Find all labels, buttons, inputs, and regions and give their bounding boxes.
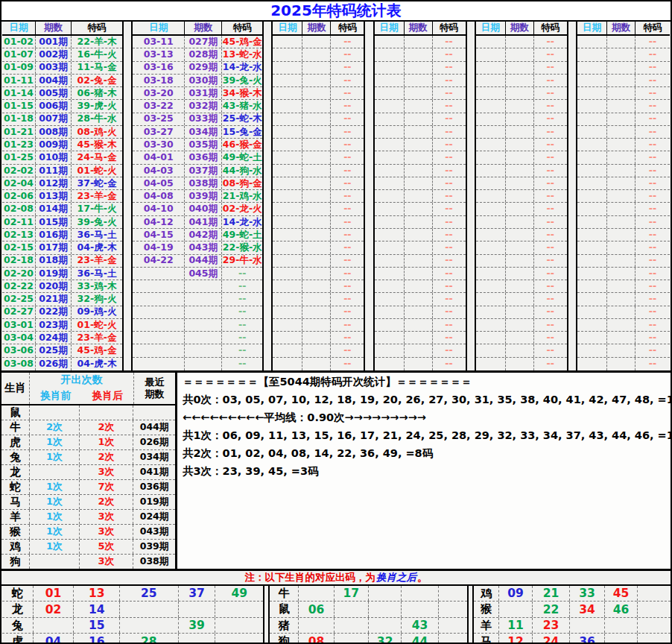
- result-row: 01-11004期02-兔-金: [2, 75, 122, 87]
- number-cell: [638, 586, 671, 602]
- zodiac-name: 羊: [474, 618, 499, 634]
- date-cell: [273, 268, 302, 280]
- result-row: 02-15017期04-虎-木: [2, 242, 122, 254]
- date-cell: 04-03: [133, 165, 185, 177]
- special-code-cell: --: [331, 48, 364, 60]
- period-cell: [405, 268, 433, 280]
- special-code-cell: --: [222, 280, 262, 292]
- special-code-cell: --: [433, 229, 466, 241]
- special-code-cell: --: [433, 177, 466, 189]
- special-code-cell: --: [635, 151, 670, 163]
- result-row: --: [375, 100, 466, 113]
- result-row: 02-13016期36-马-土: [2, 229, 122, 242]
- zodiac-numbers-row: 猪43: [270, 618, 467, 634]
- special-code-cell: 11-马-金: [72, 62, 122, 74]
- date-cell: [133, 306, 185, 318]
- special-code-cell: --: [433, 139, 466, 151]
- result-row: --: [476, 75, 567, 87]
- period-cell: [506, 293, 534, 305]
- period-cell: [607, 280, 635, 292]
- period-cell: 024期: [36, 332, 72, 344]
- period-cell: [185, 306, 222, 318]
- number-cell: [179, 634, 216, 643]
- result-row: --: [133, 358, 262, 370]
- period-cell: 020期: [36, 280, 72, 292]
- special-code-cell: 32-狗-火: [72, 293, 122, 305]
- special-code-cell: 23-羊-金: [72, 190, 122, 202]
- period-cell: 027期: [185, 36, 222, 48]
- special-code-cell: --: [331, 151, 364, 163]
- period-cell: [405, 319, 433, 331]
- date-cell: 03-20: [133, 87, 185, 99]
- date-cell: 02-08: [2, 203, 36, 215]
- result-row: --: [577, 151, 670, 164]
- result-row: --: [375, 358, 466, 370]
- date-cell: [375, 62, 405, 74]
- result-row: --: [273, 190, 364, 203]
- result-row: 01-23009期45-猴-木: [2, 139, 122, 151]
- date-cell: [273, 216, 302, 228]
- zodiac-name: 蛇: [2, 586, 34, 602]
- date-header: 日期: [133, 22, 185, 34]
- zodiac-numbers-row: 猴223446: [474, 602, 671, 618]
- period-cell: 009期: [36, 139, 72, 151]
- period-cell: [405, 332, 433, 344]
- special-code-cell: --: [534, 242, 567, 253]
- period-cell: 035期: [185, 139, 222, 151]
- result-row: 04-05038期08-狗-金: [133, 177, 262, 190]
- date-cell: [476, 87, 506, 99]
- result-row: --: [476, 87, 567, 100]
- result-row: --: [476, 229, 567, 242]
- count-after: 3次: [80, 555, 133, 569]
- special-code-cell: 15-兔-金: [222, 126, 262, 138]
- special-code-cell: --: [635, 358, 670, 370]
- date-cell: 03-08: [2, 358, 36, 370]
- result-row: 03-25033期25-蛇-木: [133, 113, 262, 126]
- special-code-cell: --: [635, 36, 670, 48]
- period-cell: 017期: [36, 242, 72, 253]
- period-cell: 029期: [185, 62, 222, 74]
- special-code-cell: 08-狗-金: [222, 177, 262, 189]
- recent-period: 036期: [133, 480, 175, 494]
- period-cell: [302, 268, 331, 280]
- stats-panel: ＝＝＝＝＝＝＝【至5044期特码开次统计】＝＝＝＝＝＝＝ 共0次：03, 05,…: [177, 373, 671, 569]
- result-row: --: [273, 255, 364, 268]
- date-cell: [375, 268, 405, 280]
- number-cell: [638, 618, 671, 634]
- zodiac-numbers-table-3: 鸡09213345猴223446羊1123马122436: [472, 586, 671, 643]
- period-cell: 032期: [185, 100, 222, 112]
- special-code-cell: --: [635, 344, 670, 356]
- date-cell: 02-15: [2, 242, 36, 253]
- result-row: 02-20019期36-马-土: [2, 268, 122, 280]
- special-code-cell: --: [331, 36, 364, 48]
- special-code-cell: --: [635, 255, 670, 267]
- special-code-cell: 01-蛇-火: [72, 165, 122, 177]
- special-code-cell: --: [635, 332, 670, 344]
- result-row: --: [273, 242, 364, 254]
- date-cell: [577, 268, 607, 280]
- special-code-cell: 02-龙-火: [222, 203, 262, 215]
- special-code-cell: --: [433, 100, 466, 112]
- period-cell: [405, 216, 433, 228]
- special-code-cell: 23-羊-金: [72, 255, 122, 267]
- special-code-cell: 39-兔-火: [72, 216, 122, 228]
- date-header: 日期: [2, 22, 36, 34]
- period-cell: [607, 75, 635, 86]
- period-cell: [506, 268, 534, 280]
- date-header: 日期: [476, 22, 506, 34]
- period-cell: [607, 242, 635, 253]
- special-code-cell: --: [534, 75, 567, 86]
- special-code-cell: --: [635, 242, 670, 253]
- period-cell: [607, 216, 635, 228]
- special-code-cell: --: [534, 306, 567, 318]
- result-row: --: [476, 177, 567, 190]
- period-header: 期数: [185, 22, 222, 34]
- recent-period: 038期: [133, 555, 175, 569]
- date-cell: [133, 358, 185, 370]
- special-code-cell: --: [433, 306, 466, 318]
- stats-heading: ＝＝＝＝＝＝＝【至5044期特码开次统计】＝＝＝＝＝＝＝: [183, 373, 668, 391]
- special-code-cell: --: [331, 126, 364, 138]
- date-cell: [273, 87, 302, 99]
- period-cell: [607, 293, 635, 305]
- result-row: --: [133, 319, 262, 332]
